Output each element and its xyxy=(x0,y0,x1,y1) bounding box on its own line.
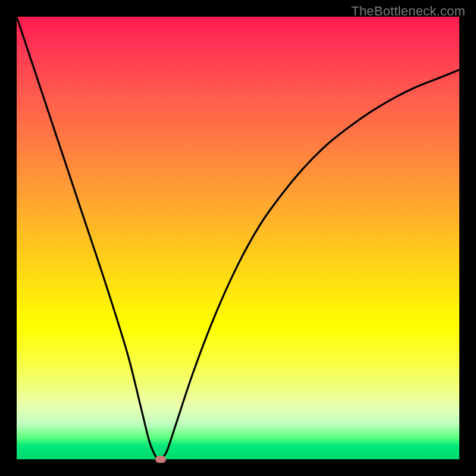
watermark-text: TheBottleneck.com xyxy=(351,4,465,19)
bottleneck-curve xyxy=(17,17,459,459)
optimal-point-marker xyxy=(155,456,166,463)
outer-frame: TheBottleneck.com xyxy=(0,0,476,476)
